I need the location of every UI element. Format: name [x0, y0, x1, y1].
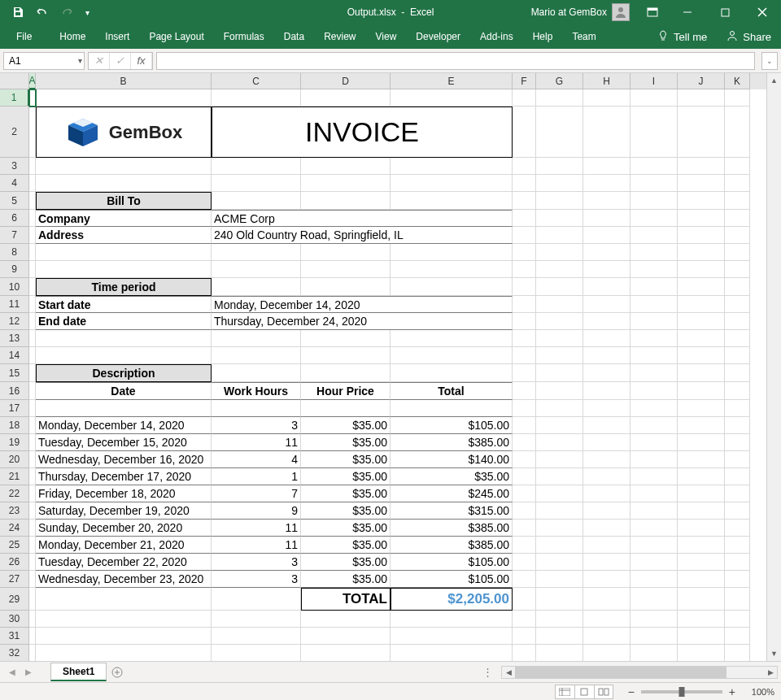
row-header-4[interactable]: 4: [0, 175, 29, 192]
cell[interactable]: [301, 628, 390, 645]
tab-help[interactable]: Help: [523, 24, 563, 49]
zoom-level[interactable]: 100%: [742, 687, 774, 697]
cell[interactable]: [536, 244, 583, 261]
cell[interactable]: [301, 611, 390, 628]
tab-developer[interactable]: Developer: [406, 24, 470, 49]
cell[interactable]: [36, 89, 212, 107]
cell[interactable]: [536, 451, 583, 468]
cell[interactable]: [390, 611, 513, 628]
cell[interactable]: [678, 502, 725, 520]
cell[interactable]: [583, 468, 630, 485]
cell[interactable]: [630, 296, 678, 313]
cell[interactable]: [212, 628, 301, 645]
cell[interactable]: [583, 278, 630, 296]
cell[interactable]: [390, 261, 513, 278]
vertical-scrollbar[interactable]: ▲ ▼: [766, 73, 781, 661]
row-header-24[interactable]: 24: [0, 520, 29, 537]
cell[interactable]: [36, 611, 212, 628]
cell[interactable]: [390, 244, 513, 261]
cell[interactable]: [536, 502, 583, 520]
minimize-button[interactable]: [669, 0, 706, 24]
cell[interactable]: [630, 554, 678, 571]
row-header-25[interactable]: 25: [0, 537, 29, 554]
cell[interactable]: [212, 89, 301, 107]
redo-button[interactable]: [55, 2, 78, 22]
cell[interactable]: [583, 382, 630, 400]
cell[interactable]: [630, 485, 678, 502]
tab-file[interactable]: File: [7, 24, 41, 49]
save-button[interactable]: [7, 2, 29, 22]
cell[interactable]: [583, 175, 630, 192]
cell[interactable]: [678, 330, 725, 347]
cell[interactable]: [725, 261, 750, 278]
scroll-down-button[interactable]: ▼: [767, 646, 781, 661]
column-header-A[interactable]: A: [29, 73, 36, 89]
cell[interactable]: [513, 278, 536, 296]
column-header-I[interactable]: I: [630, 73, 678, 89]
cell[interactable]: [583, 210, 630, 227]
cell[interactable]: [390, 400, 513, 417]
cell[interactable]: [583, 520, 630, 537]
row-header-6[interactable]: 6: [0, 210, 29, 227]
cell[interactable]: [630, 210, 678, 227]
cell[interactable]: [536, 588, 583, 611]
cell[interactable]: [36, 330, 212, 347]
row-header-31[interactable]: 31: [0, 628, 29, 645]
cell[interactable]: [725, 400, 750, 417]
cell[interactable]: [583, 89, 630, 107]
cell[interactable]: [212, 192, 301, 210]
cell[interactable]: [513, 537, 536, 554]
cell[interactable]: [678, 485, 725, 502]
row-header-5[interactable]: 5: [0, 192, 29, 210]
cell[interactable]: [630, 520, 678, 537]
horizontal-scrollbar[interactable]: ◀ ▶: [501, 666, 778, 679]
cell[interactable]: [301, 175, 390, 192]
tell-me-search[interactable]: Tell me: [657, 30, 707, 44]
cell[interactable]: [725, 645, 750, 661]
cell[interactable]: [29, 347, 36, 364]
cell[interactable]: [513, 554, 536, 571]
cell[interactable]: [301, 330, 390, 347]
cell[interactable]: [678, 210, 725, 227]
cell[interactable]: [536, 364, 583, 382]
formula-input[interactable]: [156, 52, 755, 70]
cell[interactable]: [630, 611, 678, 628]
cell[interactable]: [513, 330, 536, 347]
cell[interactable]: [513, 451, 536, 468]
select-all-button[interactable]: [0, 73, 29, 89]
column-header-C[interactable]: C: [212, 73, 301, 89]
cell[interactable]: [536, 210, 583, 227]
cell[interactable]: [630, 451, 678, 468]
cell[interactable]: [536, 645, 583, 661]
normal-view-button[interactable]: [555, 685, 574, 699]
cell[interactable]: [29, 611, 36, 628]
page-break-view-button[interactable]: [594, 685, 613, 699]
cell[interactable]: [390, 175, 513, 192]
cell[interactable]: [678, 554, 725, 571]
column-header-J[interactable]: J: [678, 73, 725, 89]
row-header-12[interactable]: 12: [0, 313, 29, 330]
cell[interactable]: [212, 588, 301, 611]
cell[interactable]: [212, 611, 301, 628]
cell[interactable]: [513, 611, 536, 628]
cell[interactable]: [678, 400, 725, 417]
cell[interactable]: [536, 330, 583, 347]
row-header-8[interactable]: 8: [0, 244, 29, 261]
cell[interactable]: [725, 330, 750, 347]
row-header-11[interactable]: 11: [0, 296, 29, 313]
cell[interactable]: [725, 227, 750, 244]
cell[interactable]: [630, 417, 678, 434]
cell[interactable]: [390, 364, 513, 382]
zoom-slider[interactable]: [641, 690, 722, 693]
cell[interactable]: [678, 628, 725, 645]
cell[interactable]: [725, 364, 750, 382]
user-account[interactable]: Mario at GemBox: [531, 3, 636, 21]
cell[interactable]: [36, 628, 212, 645]
tab-formulas[interactable]: Formulas: [214, 24, 274, 49]
row-header-20[interactable]: 20: [0, 451, 29, 468]
cell[interactable]: [583, 451, 630, 468]
cell[interactable]: [630, 537, 678, 554]
cell[interactable]: [390, 645, 513, 661]
cells-area[interactable]: GemBoxINVOICEBill ToCompanyACME CorpAddr…: [29, 89, 766, 661]
cell[interactable]: [678, 611, 725, 628]
